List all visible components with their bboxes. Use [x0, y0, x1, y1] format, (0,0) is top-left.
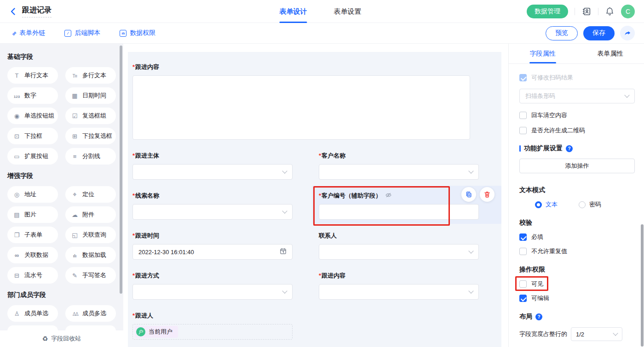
field-type-data-load[interactable]: 数据加载 — [65, 247, 116, 263]
form-external-link-button[interactable]: ∞ 表单外链 — [12, 29, 45, 37]
field-lead-name[interactable]: *线索名称 — [132, 192, 293, 220]
field-type-related-data[interactable]: 关联数据 — [7, 247, 58, 263]
share-button[interactable] — [620, 26, 635, 40]
add-action-button[interactable]: 添加操作 — [519, 159, 635, 173]
tab-form-settings-label: 表单设置 — [334, 7, 361, 16]
help-icon[interactable]: ? — [566, 145, 573, 152]
share-arrow-icon — [624, 29, 632, 37]
qrcode-label: 是否允许生成二维码 — [531, 126, 585, 135]
field-type-related-query[interactable]: 关联查询 — [65, 227, 116, 243]
radio-selected-icon — [535, 201, 542, 208]
label-text: 跟进内容 — [135, 63, 159, 70]
follow-time-input[interactable]: 2022-12-30 16:01:40 — [132, 244, 293, 260]
backend-script-button[interactable]: ∕ 后端脚本 — [64, 29, 100, 37]
field-type-member-multi[interactable]: 成员多选 — [65, 305, 116, 322]
field-width-select[interactable]: 1/2 — [571, 327, 622, 341]
tab-form-design[interactable]: 表单设计 — [279, 0, 307, 23]
field-type-address[interactable]: 地址 — [7, 186, 58, 203]
preview-button[interactable]: 预览 — [546, 26, 578, 40]
field-type-multi-line-text[interactable]: 多行文本 — [65, 67, 116, 84]
field-type-serial-number[interactable]: 流水号 — [7, 267, 58, 284]
follow-method-select[interactable] — [132, 284, 293, 300]
data-permission-icon: ılı — [120, 30, 126, 37]
visible-checkbox[interactable] — [519, 280, 527, 288]
field-type-attachment[interactable]: 附件 — [65, 206, 116, 223]
toolbar-links: ∞ 表单外链 ∕ 后端脚本 ılı 数据权限 — [12, 29, 155, 37]
field-type-number[interactable]: 数字 — [7, 87, 58, 104]
properties-panel: 字段属性 表单属性 可修改扫码结果 扫描条形码 回车清空内容 是否允许生成二维码 — [508, 44, 644, 347]
radio-option-password[interactable]: 密码 — [579, 200, 601, 209]
follow-subject-select[interactable] — [132, 164, 293, 180]
follow-time-value: 2022-12-30 16:01:40 — [138, 249, 194, 256]
back-title-group: 跟进记录 — [9, 6, 52, 17]
text-mode-radio-group: 文本 密码 — [519, 200, 635, 209]
field-type-single-line-text[interactable]: 单行文本 — [7, 67, 58, 84]
field-type-checkbox-group[interactable]: 复选框组 — [65, 108, 116, 124]
trash-icon — [483, 191, 491, 198]
editable-checkbox[interactable] — [519, 295, 527, 302]
avatar[interactable]: C — [621, 5, 635, 18]
pill-label: 子表单 — [24, 231, 42, 239]
delete-field-button[interactable] — [480, 187, 494, 202]
field-follow-subject[interactable]: *跟进主体 — [132, 152, 293, 180]
pill-label: 流水号 — [24, 271, 42, 279]
help-icon[interactable]: ? — [535, 313, 542, 320]
contact-book-icon[interactable] — [581, 6, 592, 17]
qrcode-checkbox[interactable] — [519, 127, 527, 134]
field-type-image[interactable]: 图片 — [7, 206, 58, 223]
page-title[interactable]: 跟进记录 — [22, 6, 52, 17]
field-contact[interactable]: 联系人 — [319, 232, 479, 260]
label-text: 跟进时间 — [135, 232, 159, 239]
field-type-divider[interactable]: 分割线 — [65, 148, 116, 165]
field-follow-time[interactable]: *跟进时间 2022-12-30 16:01:40 — [132, 232, 293, 260]
field-follow-content-select[interactable]: *跟进内容 — [319, 272, 479, 300]
customer-code-input[interactable] — [319, 204, 479, 220]
follow-person-input[interactable]: 户 当前用户 — [132, 324, 293, 340]
field-type-select[interactable]: 下拉框 — [7, 128, 58, 144]
field-customer-name[interactable]: *客户名称 — [319, 152, 479, 180]
back-icon[interactable] — [9, 7, 17, 16]
field-type-signature[interactable]: 手写签名 — [65, 267, 116, 284]
field-type-radio-group[interactable]: 单选按钮组 — [7, 108, 58, 124]
lead-name-select[interactable] — [132, 204, 293, 220]
enter-clear-checkbox[interactable] — [519, 112, 527, 119]
tab-field-properties[interactable]: 字段属性 — [509, 44, 576, 63]
customer-name-select[interactable] — [319, 164, 479, 180]
sidebar-scrollbar[interactable] — [120, 46, 122, 294]
backend-script-label: 后端脚本 — [75, 29, 100, 37]
data-manage-button[interactable]: 数据管理 — [527, 5, 568, 18]
chevron-down-icon — [282, 168, 287, 173]
field-type-location[interactable]: 定位 — [65, 186, 116, 203]
follow-content-textarea[interactable] — [132, 75, 470, 140]
label-text: 跟进主体 — [135, 152, 159, 159]
current-user-tag[interactable]: 户 当前用户 — [135, 326, 178, 338]
bell-icon[interactable] — [605, 6, 615, 16]
field-customer-code-selected[interactable]: *客户编号（辅助字段） — [319, 192, 479, 220]
field-type-member-single[interactable]: 成员单选 — [7, 305, 58, 322]
member-fields-grid: 成员单选 成员多选 — [7, 305, 116, 332]
related-data-icon — [12, 252, 21, 259]
label-text: 客户名称 — [322, 152, 345, 159]
follow-content-select[interactable] — [319, 284, 479, 300]
unique-checkbox[interactable] — [519, 248, 527, 255]
data-permission-button[interactable]: ılı 数据权限 — [120, 29, 155, 37]
validation-title: 校验 — [519, 219, 635, 227]
field-type-subform[interactable]: 子表单 — [7, 227, 58, 243]
field-follow-method[interactable]: *跟进方式 — [132, 272, 293, 300]
field-type-multi-select[interactable]: 下拉复选框 — [65, 128, 116, 144]
save-button[interactable]: 保存 — [583, 26, 615, 40]
tab-form-settings[interactable]: 表单设置 — [334, 0, 361, 23]
required-checkbox[interactable] — [519, 233, 527, 241]
field-follow-person[interactable]: *跟进人 户 当前用户 — [132, 312, 293, 340]
checkbox-group-icon — [70, 113, 79, 119]
field-type-extend-button[interactable]: 扩展按钮 — [7, 148, 58, 165]
copy-field-button[interactable] — [461, 187, 476, 202]
radio-option-text[interactable]: 文本 — [535, 200, 558, 209]
form-row: *跟进方式 *跟进内容 — [132, 272, 501, 300]
contact-select[interactable] — [319, 244, 479, 260]
scan-mode-select[interactable]: 扫描条形码 — [519, 89, 635, 103]
window-scrollbar[interactable] — [641, 224, 644, 347]
tab-form-properties[interactable]: 表单属性 — [576, 44, 644, 63]
field-recycle-bin[interactable]: ♻ 字段回收站 — [0, 330, 123, 347]
field-type-datetime[interactable]: 日期时间 — [65, 87, 116, 104]
